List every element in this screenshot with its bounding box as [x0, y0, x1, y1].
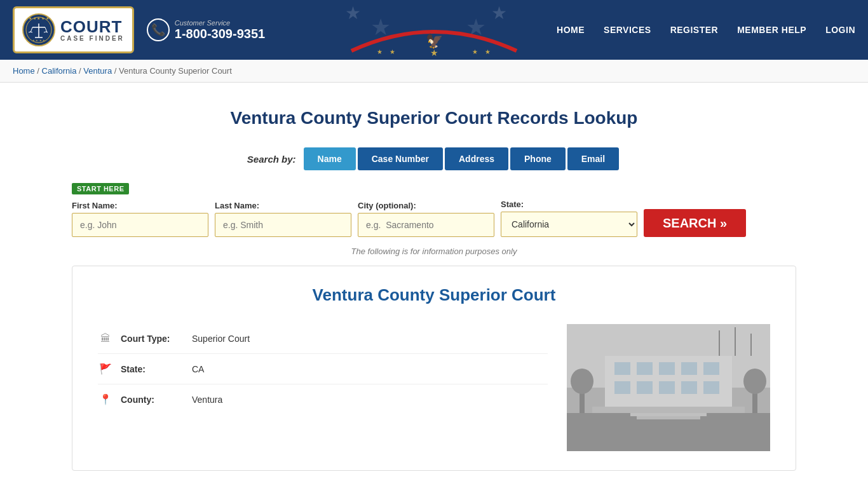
phone-label: Customer Service — [175, 19, 265, 27]
phone-block: 📞 Customer Service 1-800-309-9351 — [147, 18, 265, 41]
phone-icon: 📞 — [147, 18, 170, 41]
state-label: State: — [501, 200, 637, 209]
svg-text:★: ★ — [491, 3, 507, 23]
tab-name[interactable]: Name — [304, 147, 356, 170]
last-name-group: Last Name: — [215, 201, 351, 237]
state-group: State: AlabamaAlaskaArizonaArkansasCalif… — [501, 200, 637, 237]
svg-point-40 — [571, 369, 593, 394]
svg-text:★ ★ ★ ★: ★ ★ ★ ★ — [32, 39, 44, 42]
site-header: ★ ★ ★ ★ ★ ★ ★ ★ ★ COURT CASE FINDER 📞 Cu… — [0, 0, 868, 60]
tab-phone[interactable]: Phone — [510, 147, 566, 170]
search-form-row: First Name: Last Name: City (optional): … — [72, 200, 796, 237]
search-by-label: Search by: — [247, 154, 296, 165]
logo-court-text: COURT — [60, 18, 125, 35]
logo-text: COURT CASE FINDER — [60, 18, 125, 42]
court-type-value: Superior Court — [192, 334, 250, 344]
header-decoration: ★ ★ ★ ★ 🦅 ★ ★ ★ ★ ★ — [339, 0, 529, 59]
building-icon: 🏛 — [98, 333, 113, 344]
info-note: The following is for information purpose… — [72, 247, 796, 256]
breadcrumb-sep-1: / — [37, 66, 41, 76]
site-logo[interactable]: ★ ★ ★ ★ ★ ★ ★ ★ ★ COURT CASE FINDER — [13, 6, 134, 53]
nav-home[interactable]: HOME — [557, 25, 585, 35]
tab-address[interactable]: Address — [445, 147, 508, 170]
logo-emblem-icon: ★ ★ ★ ★ ★ ★ ★ ★ ★ — [22, 13, 55, 46]
court-info-table: 🏛 Court Type: Superior Court 🚩 State: CA… — [98, 324, 548, 414]
court-details: 🏛 Court Type: Superior Court 🚩 State: CA… — [98, 324, 770, 451]
court-building-image — [567, 324, 770, 451]
svg-rect-29 — [637, 381, 653, 394]
breadcrumb-ventura[interactable]: Ventura — [83, 66, 112, 76]
breadcrumb-california[interactable]: California — [42, 66, 77, 76]
breadcrumb: Home / California / Ventura / Ventura Co… — [0, 60, 868, 83]
state-row: 🚩 State: CA — [98, 354, 548, 384]
svg-text:★: ★ — [390, 48, 395, 55]
court-image — [567, 324, 770, 451]
page-title: Ventura County Superior Court Records Lo… — [72, 108, 796, 128]
svg-rect-23 — [614, 362, 630, 375]
search-tabs-row: Search by: Name Case Number Address Phon… — [72, 147, 796, 170]
nav-member-help[interactable]: MEMBER HELP — [737, 25, 806, 35]
svg-point-42 — [743, 369, 766, 394]
city-group: City (optional): — [358, 201, 494, 237]
state-info-value: CA — [192, 364, 204, 374]
court-type-label: Court Type: — [121, 334, 184, 344]
tab-email[interactable]: Email — [567, 147, 619, 170]
city-label: City (optional): — [358, 201, 494, 210]
county-row: 📍 County: Ventura — [98, 384, 548, 414]
first-name-label: First Name: — [72, 201, 208, 210]
svg-text:★: ★ — [345, 3, 361, 23]
search-form-container: START HERE First Name: Last Name: City (… — [72, 183, 796, 237]
court-card: Ventura County Superior Court 🏛 Court Ty… — [72, 266, 796, 471]
eagle-decoration-icon: ★ ★ ★ ★ 🦅 ★ ★ ★ ★ ★ — [339, 0, 529, 57]
nav-services[interactable]: SERVICES — [604, 25, 651, 35]
county-value: Ventura — [192, 395, 222, 405]
location-icon: 📍 — [98, 393, 113, 405]
last-name-label: Last Name: — [215, 201, 351, 210]
start-here-badge: START HERE — [72, 183, 129, 194]
county-label: County: — [121, 395, 184, 405]
svg-rect-38 — [637, 416, 700, 419]
svg-rect-32 — [703, 381, 719, 394]
flag-icon: 🚩 — [98, 363, 113, 375]
tab-case-number[interactable]: Case Number — [358, 147, 443, 170]
breadcrumb-current: Ventura County Superior Court — [119, 66, 232, 76]
svg-text:★: ★ — [485, 48, 491, 55]
breadcrumb-home[interactable]: Home — [13, 66, 35, 76]
svg-rect-30 — [659, 381, 675, 394]
header-left: ★ ★ ★ ★ ★ ★ ★ ★ ★ COURT CASE FINDER 📞 Cu… — [13, 6, 265, 53]
nav-register[interactable]: REGISTER — [670, 25, 719, 35]
svg-text:🦅: 🦅 — [426, 32, 444, 50]
nav-login[interactable]: LOGIN — [825, 25, 855, 35]
court-card-title: Ventura County Superior Court — [98, 285, 770, 305]
svg-rect-26 — [681, 362, 697, 375]
svg-text:★: ★ — [377, 48, 383, 55]
svg-text:★: ★ — [430, 48, 438, 57]
logo-case-finder-text: CASE FINDER — [60, 35, 125, 42]
city-input[interactable] — [358, 213, 494, 237]
court-type-row: 🏛 Court Type: Superior Court — [98, 324, 548, 354]
svg-rect-25 — [659, 362, 675, 375]
svg-text:★ ★ ★ ★ ★: ★ ★ ★ ★ ★ — [29, 17, 49, 20]
svg-rect-24 — [637, 362, 653, 375]
phone-number: 1-800-309-9351 — [175, 27, 265, 41]
phone-details: Customer Service 1-800-309-9351 — [175, 19, 265, 41]
state-info-label: State: — [121, 364, 184, 374]
state-select[interactable]: AlabamaAlaskaArizonaArkansasCaliforniaCo… — [501, 212, 637, 237]
svg-rect-31 — [681, 381, 697, 394]
search-button-text: SEARCH » — [663, 216, 727, 231]
first-name-input[interactable] — [72, 213, 208, 237]
svg-rect-27 — [703, 362, 719, 375]
main-content: Ventura County Superior Court Records Lo… — [59, 83, 809, 484]
breadcrumb-sep-3: / — [114, 66, 119, 76]
svg-rect-28 — [614, 381, 630, 394]
main-nav: HOME SERVICES REGISTER MEMBER HELP LOGIN — [557, 25, 855, 35]
svg-rect-37 — [630, 413, 707, 416]
svg-rect-36 — [592, 407, 745, 413]
first-name-group: First Name: — [72, 201, 208, 237]
svg-text:★: ★ — [472, 48, 478, 55]
search-button[interactable]: SEARCH » — [644, 209, 746, 237]
last-name-input[interactable] — [215, 213, 351, 237]
